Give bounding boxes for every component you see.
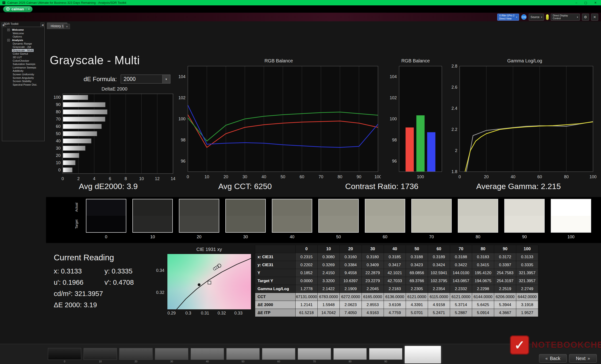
- calman-logo-button[interactable]: calman ▾: [3, 6, 33, 12]
- level-button[interactable]: 0: [48, 348, 81, 363]
- table-row-label: Target Y: [255, 277, 296, 285]
- meter-dropdown[interactable]: X-Rite i1Pro 2 Direct View ▾: [497, 14, 519, 21]
- sidebar-title: SDR Toolkit: [4, 22, 18, 26]
- sidebar-item[interactable]: Color Gamut: [2, 52, 44, 56]
- table-cell: 4.9163: [362, 309, 384, 317]
- sidebar-item[interactable]: Spectral Power Dist.: [2, 83, 44, 86]
- table-cell: 0.3188: [406, 253, 428, 261]
- axis-tick-label: 0.32: [156, 290, 164, 295]
- swatch-target: [86, 216, 126, 232]
- collapse-icon[interactable]: −: [7, 39, 10, 41]
- sidebar-item[interactable]: Screen Uniformity: [2, 73, 44, 76]
- table-cell: 2.8553: [362, 301, 384, 309]
- svg-text:102: 102: [390, 96, 397, 100]
- level-label: 20: [119, 360, 153, 363]
- swatch-level-label: 100: [551, 235, 591, 239]
- sidebar-item[interactable]: −Welcome: [2, 28, 44, 32]
- close-button[interactable]: ✕: [594, 1, 597, 4]
- table-cell: 0.3409: [362, 261, 384, 269]
- reading-luminance: cd/m²: 321.3957: [54, 290, 134, 298]
- sidebar-item[interactable]: Welcome: [2, 32, 44, 35]
- sidebar-item[interactable]: −Analysis: [2, 38, 44, 42]
- sidebar-item[interactable]: Saturation Sweeps: [2, 62, 44, 66]
- table-cell: 321.3957: [516, 269, 538, 277]
- panel-close-button[interactable]: ✕: [591, 14, 598, 21]
- table-cell: 3.6108: [384, 301, 406, 309]
- svg-text:50: 50: [280, 174, 285, 179]
- sidebar-item[interactable]: Additivity: [2, 69, 44, 73]
- table-cell: 0.3384: [340, 261, 362, 269]
- svg-text:70: 70: [319, 174, 323, 179]
- sidebar-item[interactable]: Options: [2, 35, 44, 38]
- table-cell: 0.3180: [362, 253, 384, 261]
- source-dropdown[interactable]: Source ▾: [529, 14, 544, 21]
- svg-text:98: 98: [181, 138, 185, 142]
- swatch-target: [412, 216, 451, 232]
- notebookcheck-logo-icon: ✓: [510, 335, 529, 354]
- sidebar-item-label: Grayscale - Multi: [12, 49, 34, 52]
- svg-text:2: 2: [77, 176, 80, 181]
- table-cell: 5.0914: [472, 309, 494, 317]
- level-button[interactable]: 100: [405, 346, 441, 363]
- de-formula-label: dE Formula:: [84, 76, 117, 83]
- collapse-icon[interactable]: −: [7, 29, 10, 31]
- next-button[interactable]: Next »: [569, 354, 597, 363]
- sidebar-item[interactable]: Screen Stability: [2, 79, 44, 83]
- level-label: 90: [369, 360, 402, 363]
- axis-tick-label: 0.29: [167, 311, 176, 316]
- table-cell: 2.4150: [318, 269, 340, 277]
- level-button[interactable]: 70: [298, 348, 331, 363]
- svg-text:10: 10: [139, 176, 144, 181]
- svg-text:80: 80: [564, 174, 569, 179]
- deltae-bar: [63, 102, 105, 107]
- table-cell: 2.2332: [450, 285, 472, 293]
- reference-point: [198, 283, 200, 286]
- level-button[interactable]: 50: [226, 348, 260, 363]
- table-cell: 69.0856: [406, 269, 428, 277]
- swatch-level-label: 70: [411, 235, 452, 239]
- table-cell: 144.0100: [450, 269, 472, 277]
- svg-text:96: 96: [181, 159, 185, 163]
- settings-button[interactable]: ⚙: [582, 14, 589, 21]
- swatch-target: [458, 216, 498, 232]
- table-row-label: y: CIE31: [255, 261, 296, 269]
- add-tab-button[interactable]: +: [64, 24, 70, 29]
- axis-tick-label: 0.3: [185, 311, 191, 316]
- level-button[interactable]: 10: [84, 348, 117, 363]
- swatch-target: [133, 216, 172, 232]
- table-cell: 0.2202: [296, 261, 318, 269]
- table-cell: 0.1852: [296, 269, 318, 277]
- swatch-actual: [319, 199, 358, 216]
- level-label: 10: [84, 360, 117, 363]
- table-column-header: 100: [516, 245, 538, 253]
- level-button[interactable]: 60: [262, 348, 295, 363]
- maximize-button[interactable]: ▢: [584, 1, 587, 4]
- sidebar-item[interactable]: Dynamic Range: [2, 42, 44, 45]
- reading-v: v': 0.4708: [104, 279, 134, 286]
- level-button[interactable]: 40: [191, 348, 224, 363]
- back-button[interactable]: « Back: [539, 354, 567, 363]
- gear-icon: ⚙: [584, 15, 587, 19]
- level-button[interactable]: 20: [119, 348, 153, 363]
- current-reading: Current Reading x: 0.3133 y: 0.3335 u': …: [54, 253, 134, 309]
- sidebar-item[interactable]: Grayscale - 2pt: [2, 45, 44, 49]
- table-cell: 42.7033: [384, 277, 406, 285]
- minimize-button[interactable]: –: [576, 1, 577, 4]
- rgb-balance-bar-plot: 9698100102104100: [387, 64, 444, 180]
- grayscale-swatch: 70: [411, 199, 452, 239]
- display-control-dropdown[interactable]: Direct Display Control ▾: [551, 14, 580, 21]
- sidebar-item[interactable]: Screen Angularity: [2, 76, 44, 79]
- de-formula-select[interactable]: 2000 ▾: [121, 75, 170, 84]
- sidebar-item[interactable]: ColorChecker: [2, 59, 44, 62]
- sidebar-item[interactable]: Luminance Sweeps: [2, 66, 44, 69]
- table-cell: 2.2045: [362, 285, 384, 293]
- sidebar-collapse-button[interactable]: ◀: [40, 22, 45, 27]
- svg-text:12: 12: [155, 176, 160, 181]
- level-button[interactable]: 80: [333, 348, 367, 363]
- level-button[interactable]: 30: [155, 348, 188, 363]
- gamma-chart-title: Gamma Log/Log: [448, 58, 601, 64]
- sidebar-item[interactable]: 3D LUT: [2, 56, 44, 59]
- contrast-ratio-stat: Contrast Ratio: 1736: [313, 182, 450, 191]
- level-button[interactable]: 90: [369, 348, 402, 363]
- sidebar-item[interactable]: Grayscale - Multi: [2, 49, 44, 52]
